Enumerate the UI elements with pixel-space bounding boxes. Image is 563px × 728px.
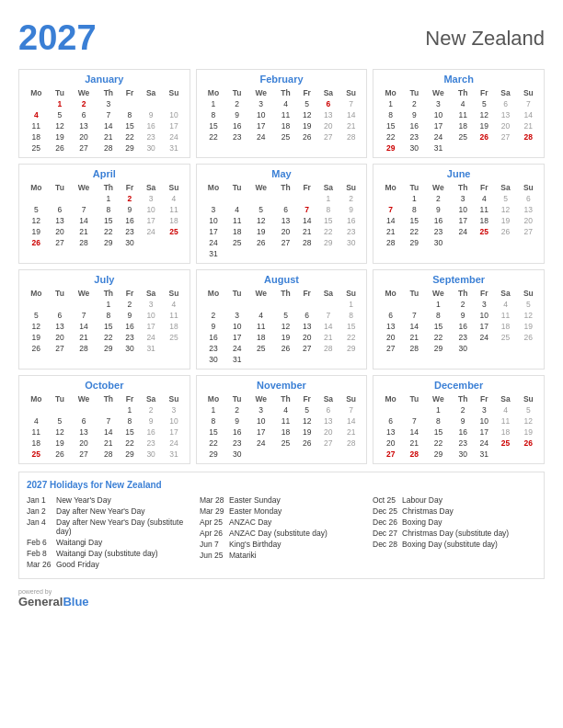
day-cell: 26 (494, 226, 516, 237)
day-cell: 28 (339, 131, 362, 142)
day-cell: 11 (452, 109, 474, 120)
day-cell: 31 (201, 248, 227, 259)
day-cell (494, 449, 516, 460)
day-cell: 23 (120, 226, 140, 237)
holiday-name: Labour Day (402, 495, 442, 505)
day-cell (297, 449, 317, 460)
day-cell: 25 (474, 226, 494, 237)
day-cell: 22 (425, 332, 452, 343)
holiday-date: Mar 28 (200, 495, 225, 505)
day-cell: 31 (162, 449, 185, 460)
day-cell: 12 (23, 321, 50, 332)
day-cell: 24 (474, 332, 494, 343)
day-cell: 20 (317, 427, 339, 438)
day-header-we: We (425, 393, 452, 404)
day-cell: 7 (70, 310, 97, 321)
holiday-item: Mar 26Good Friday (27, 560, 190, 569)
day-cell: 19 (517, 321, 540, 332)
day-cell: 5 (247, 204, 274, 215)
day-cell: 1 (404, 193, 425, 204)
day-header-th: Th (274, 182, 296, 193)
day-cell: 3 (162, 404, 185, 415)
day-header-su: Su (339, 87, 362, 98)
day-cell: 20 (377, 438, 404, 449)
holiday-name: Christmas Day (402, 506, 454, 516)
holiday-date: Jan 2 (27, 506, 52, 516)
day-cell: 5 (23, 310, 50, 321)
day-cell: 23 (140, 131, 162, 142)
footer-brand-general: General (18, 595, 63, 609)
day-header-tu: Tu (226, 87, 247, 98)
day-header-mo: Mo (201, 182, 227, 193)
holiday-date: Dec 28 (373, 540, 398, 549)
day-cell: 4 (162, 299, 185, 310)
day-header-we: We (425, 182, 452, 193)
day-cell: 21 (70, 226, 97, 237)
day-header-su: Su (339, 182, 362, 193)
day-cell (452, 237, 474, 248)
day-header-su: Su (162, 288, 185, 299)
day-cell: 14 (339, 415, 362, 427)
day-cell: 8 (404, 204, 425, 215)
day-cell: 24 (226, 343, 247, 354)
day-cell: 20 (50, 226, 71, 237)
day-cell: 15 (120, 120, 140, 131)
day-cell: 26 (50, 142, 71, 154)
month-name-april: April (23, 168, 186, 179)
holiday-name: Day after New Year's Day (56, 506, 145, 516)
day-cell: 29 (98, 343, 120, 354)
day-cell: 16 (452, 427, 474, 438)
holidays-section: 2027 Holidays for New Zealand Jan 1New Y… (18, 472, 545, 579)
day-header-sa: Sa (494, 87, 516, 98)
day-cell (452, 142, 474, 154)
day-cell: 1 (377, 98, 404, 109)
day-cell: 6 (70, 415, 97, 427)
day-header-th: Th (274, 87, 296, 98)
month-block-february: FebruaryMoTuWeThFrSaSu123456789101112131… (196, 69, 368, 158)
day-cell: 5 (517, 299, 540, 310)
day-cell: 12 (474, 109, 494, 120)
day-cell: 1 (201, 404, 227, 415)
day-cell: 3 (201, 204, 227, 215)
day-cell: 21 (404, 438, 425, 449)
day-cell: 14 (98, 427, 120, 438)
day-cell: 19 (517, 427, 540, 438)
day-cell (494, 343, 516, 354)
month-block-august: AugustMoTuWeThFrSaSu12345678910111213141… (196, 269, 368, 370)
day-cell: 3 (247, 404, 274, 415)
day-cell: 7 (377, 204, 404, 215)
day-cell: 16 (120, 321, 140, 332)
day-cell: 24 (140, 332, 162, 343)
day-header-th: Th (452, 182, 474, 193)
day-cell: 6 (297, 310, 317, 321)
day-cell: 5 (23, 204, 50, 215)
day-cell: 19 (297, 120, 317, 131)
day-cell: 22 (98, 226, 120, 237)
day-cell: 17 (162, 427, 185, 438)
day-cell: 8 (201, 415, 227, 427)
day-cell: 29 (317, 237, 339, 248)
day-cell: 13 (297, 321, 317, 332)
day-header-mo: Mo (201, 288, 227, 299)
day-header-we: We (425, 288, 452, 299)
day-cell: 27 (317, 438, 339, 449)
month-block-december: DecemberMoTuWeThFrSaSu123456789101112131… (373, 375, 545, 464)
day-cell: 28 (98, 142, 120, 154)
day-cell (162, 237, 185, 248)
day-cell: 28 (297, 237, 317, 248)
day-cell: 30 (452, 449, 474, 460)
day-cell: 25 (162, 332, 185, 343)
day-cell: 4 (452, 98, 474, 109)
day-cell: 2 (226, 98, 247, 109)
day-cell: 15 (120, 427, 140, 438)
day-cell: 17 (425, 120, 452, 131)
day-cell: 9 (452, 310, 474, 321)
day-header-mo: Mo (201, 87, 227, 98)
day-cell: 3 (474, 404, 494, 415)
day-cell: 27 (297, 343, 317, 354)
day-cell (226, 193, 247, 204)
holiday-name: Matariki (229, 551, 257, 560)
day-cell: 7 (70, 204, 97, 215)
day-cell: 14 (70, 321, 97, 332)
day-cell: 26 (297, 131, 317, 142)
